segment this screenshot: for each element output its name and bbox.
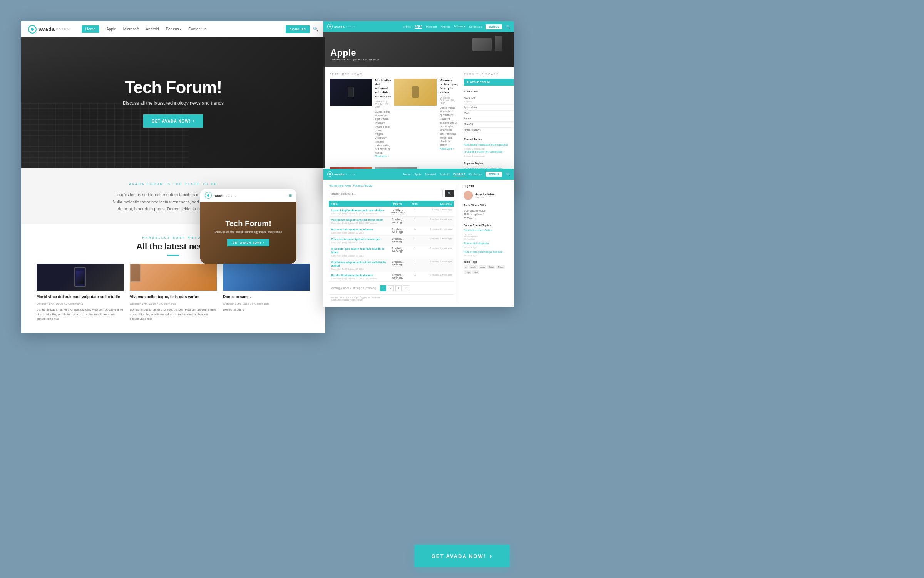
apple-nav-microsoft[interactable]: Microsoft <box>426 25 437 28</box>
forums-topic-5-from: 1 <box>405 247 425 249</box>
forums-filter-popular[interactable]: Most popular topics <box>464 208 509 212</box>
apple-read-more-1[interactable]: Read More › <box>375 155 391 158</box>
forums-breadcrumb-android[interactable]: Android <box>363 184 372 187</box>
forums-topic-7-replies: 0 replies, 1week ago <box>390 274 405 279</box>
forums-topic-5-meta: Started by: Test | October 20, 2015 <box>331 255 390 257</box>
forums-nav-apple[interactable]: Apple <box>414 173 421 176</box>
news-card-2: Vivamus pellenteque, felis quis varius O… <box>130 264 217 321</box>
news-card-2-title: Vivamus pellenteque, felis quis varius <box>130 294 217 300</box>
forums-topic-3-title[interactable]: Fusce et nibh dignissim aliquam <box>331 228 390 231</box>
apple-nav-apple[interactable]: Apple <box>415 25 422 29</box>
forums-recent-topic-3[interactable]: Plura et nibh pellentesque tincidunt <box>464 250 509 254</box>
nav-link-android[interactable]: Android <box>146 27 159 31</box>
forums-topic-5-title[interactable]: In ac odio quis sapien faucibus blandit … <box>331 247 390 254</box>
forums-search-button[interactable]: 🔍 <box>445 190 454 197</box>
forums-nav-forums[interactable]: Forums ▾ <box>453 172 465 176</box>
forums-search-input[interactable] <box>329 190 443 197</box>
news-card-2-body: Donec finibus sit amet orci eget ultrice… <box>130 307 217 321</box>
forums-topic-1-replies: 1 reply, 1week, 1 ago <box>390 208 405 214</box>
mobile-hero-cta[interactable]: GET AVADA NOW! › <box>227 239 270 246</box>
forums-logo-icon <box>327 171 333 177</box>
forums-topic-4-from: 1 <box>405 237 425 240</box>
apple-feat-meta-1: by admin | October 17th, 2015 <box>375 100 391 108</box>
forums-tag-a[interactable]: a <box>464 265 468 269</box>
forums-recent-topic-2[interactable]: Plura et nibh dignissim <box>464 242 509 245</box>
forums-topic-3-from: 1 <box>405 228 425 230</box>
forums-tag-apple[interactable]: apple <box>469 265 478 269</box>
apple-subforum-other[interactable]: Other Products <box>464 128 514 133</box>
forums-tag-misc[interactable]: misc <box>464 270 471 274</box>
forums-page-2[interactable]: 2 <box>388 285 394 291</box>
forums-tag-futur[interactable]: futur <box>487 265 495 269</box>
apple-subforum-apps[interactable]: Applications <box>464 105 514 111</box>
apple-hero: Apple The leading company for innovation <box>323 32 514 67</box>
apple-nav-home[interactable]: Home <box>403 25 411 28</box>
forums-filter-subscriptions[interactable]: 21 Subscriptions <box>464 212 509 216</box>
forums-screenshot: avada FORUM Home Apple Microsoft Android… <box>323 169 514 307</box>
forums-recent-topic-1[interactable]: Eros facilisi utrices Dallus <box>464 229 509 232</box>
nav-link-contact[interactable]: Contact us <box>188 27 207 31</box>
forums-topic-7-title[interactable]: Et odio Sublimem plenta domum <box>331 274 390 277</box>
apple-feat-title-1: Morbi vitae dui euismod vulputate sollic… <box>375 79 391 99</box>
table-row: Fusce et nibh dignissim aliquam Started … <box>329 226 454 236</box>
forums-topic-2-title[interactable]: Vestibulum aliquam ante dui fulius dolor <box>331 218 390 222</box>
nav-search-icon[interactable]: 🔍 <box>313 27 318 32</box>
forums-pagination: Viewing 5 topics - 1 through 5 (of 9 tot… <box>329 282 454 294</box>
apple-read-more-2[interactable]: Read More › <box>440 147 458 150</box>
forums-tag-mac[interactable]: mac <box>479 265 486 269</box>
nav-join-button[interactable]: JOIN US <box>286 25 310 33</box>
forums-filter-favorites[interactable]: 79 Favorites <box>464 216 509 220</box>
forums-tag-plura[interactable]: Plura <box>496 265 505 269</box>
apple-nav-forums[interactable]: Forums ▾ <box>454 25 465 28</box>
apple-subforum-macos[interactable]: Mac OS <box>464 122 514 128</box>
forums-page-1[interactable]: 1 <box>380 285 386 291</box>
forums-page-3[interactable]: 3 <box>395 285 402 291</box>
apple-recent-topic-2[interactable]: In pharetra a diam non consectetur <box>464 150 514 154</box>
apple-nav-search-icon[interactable]: 🔍 <box>506 25 510 29</box>
forums-nav-join[interactable]: JOIN US <box>486 172 502 177</box>
news-card-3-body: Donec finibus s <box>223 307 310 312</box>
forums-breadcrumb-home[interactable]: You are here: Home <box>329 184 351 187</box>
forums-breadcrumb-forums[interactable]: Forums <box>353 184 362 187</box>
apple-popular-topics-label: Popular Topics <box>464 162 514 165</box>
apple-subforum-icloud[interactable]: iCloud <box>464 116 514 122</box>
forums-user-role: Key Title <box>475 196 494 198</box>
apple-nav-android[interactable]: Android <box>441 25 450 28</box>
forums-topic-1-last: 1 reply, 1 week ago <box>425 208 452 211</box>
apple-forum-btn-label: APPLE FORUM <box>470 81 490 84</box>
hero-cta-arrow: › <box>193 118 195 124</box>
nav-link-home[interactable]: Home <box>82 25 100 33</box>
forums-sidebar: Sign in danyduchaine Key Title Topic Vie… <box>459 184 509 302</box>
hero-content: Tech Forum! Discuss all the latest techn… <box>123 78 224 128</box>
get-avada-button[interactable]: GeT AvadA Now! › <box>415 545 510 567</box>
hero-cta-button[interactable]: GET AVADA NOW! › <box>143 114 203 128</box>
forums-nav-android[interactable]: Android <box>440 173 449 176</box>
forums-topic-1: Lorem fringilla aliquam porta sem dictum… <box>331 208 390 215</box>
forums-topic-2-from: 1 <box>405 218 425 220</box>
forums-topic-7-last: 0 replies, 1 week ago <box>425 274 452 276</box>
apple-subforum-ios[interactable]: Apple iOS4 topics <box>464 95 514 105</box>
forums-tag-app[interactable]: app <box>472 270 479 274</box>
apple-recent-topic-1[interactable]: Nunc lacinia malesuada nulla a placerat <box>464 143 514 147</box>
apple-nav-contact[interactable]: Contact us <box>469 25 482 28</box>
forums-topic-4-title[interactable]: Fusce accumsan dignissim consequat <box>331 237 390 241</box>
apple-forum-button[interactable]: ▶ APPLE FORUM <box>464 79 514 86</box>
forums-topic-1-title[interactable]: Lorem fringilla aliquam porta sem dictum <box>331 208 390 212</box>
nav-link-apple[interactable]: Apple <box>106 27 116 31</box>
nav-link-forums[interactable]: Forums <box>166 27 181 31</box>
forums-tags-label: Topic Tags <box>464 260 509 263</box>
apple-subforum-ipad[interactable]: iPad <box>464 111 514 116</box>
forums-topic-6-title[interactable]: Vestibulum aliquam ante ut dui sollicitu… <box>331 260 390 267</box>
apple-nav-join[interactable]: JOIN US <box>486 24 502 29</box>
mobile-hamburger-icon[interactable]: ≡ <box>289 192 292 198</box>
forums-nav-home[interactable]: Home <box>403 173 411 176</box>
apple-forum-btn-icon: ▶ <box>467 81 469 84</box>
forums-nav-microsoft[interactable]: Microsoft <box>425 173 436 176</box>
forums-search-row: 🔍 <box>329 190 454 197</box>
forums-nav-contact[interactable]: Contact us <box>469 173 482 176</box>
nav-link-microsoft[interactable]: Microsoft <box>123 27 139 31</box>
forums-th-from: From <box>405 202 425 205</box>
mobile-nav: avada FORUM ≡ <box>200 189 296 202</box>
forums-nav-search-icon[interactable]: 🔍 <box>506 172 510 176</box>
get-avada-arrow: › <box>490 553 492 560</box>
